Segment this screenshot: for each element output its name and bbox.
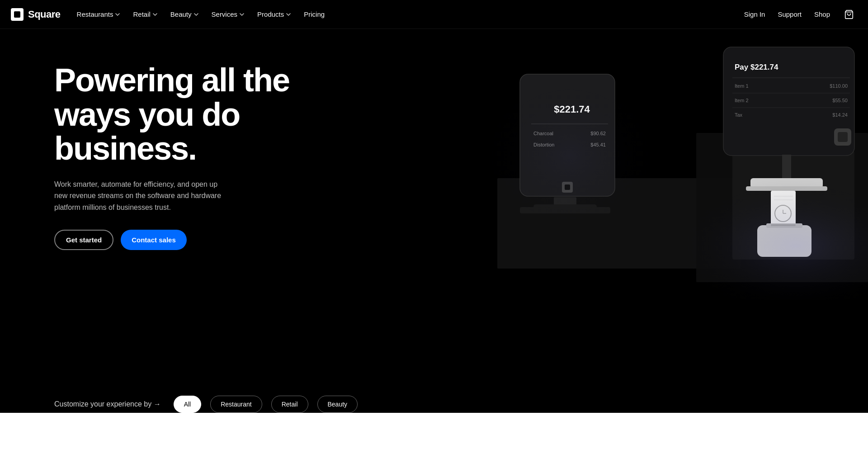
nav-links: Restaurants Retail Beauty Services — [71, 7, 330, 22]
square-logo-icon — [11, 8, 24, 21]
shop-link[interactable]: Shop — [812, 7, 832, 22]
cart-icon — [844, 9, 854, 19]
support-link[interactable]: Support — [776, 7, 803, 22]
nav-item-pricing[interactable]: Pricing — [298, 7, 330, 22]
filter-restaurant-button[interactable]: Restaurant — [210, 396, 262, 413]
hero-content: Powering all the ways you do business. W… — [54, 63, 298, 250]
svg-text:Item 1: Item 1 — [735, 83, 749, 89]
brand-name: Square — [28, 9, 61, 20]
svg-point-44 — [479, 74, 660, 237]
nav-item-retail[interactable]: Retail — [127, 7, 163, 22]
nav-item-restaurants[interactable]: Restaurants — [71, 7, 126, 22]
contact-sales-button[interactable]: Contact sales — [121, 230, 187, 250]
filter-all-button[interactable]: All — [174, 396, 202, 413]
get-started-button[interactable]: Get started — [54, 230, 113, 250]
svg-rect-1 — [14, 11, 20, 18]
navigation: Square Restaurants Retail Beauty — [0, 0, 868, 29]
chevron-down-icon — [193, 12, 199, 17]
white-section-bottom — [0, 413, 868, 449]
hero-section: $221.74 Charcoal $90.62 Distortion $45.4… — [0, 0, 868, 449]
chevron-down-icon — [286, 12, 291, 17]
filter-beauty-button[interactable]: Beauty — [317, 396, 358, 413]
svg-rect-31 — [782, 155, 791, 182]
cart-button[interactable] — [841, 6, 857, 23]
nav-right: Sign In Support Shop — [742, 6, 857, 23]
chevron-down-icon — [115, 12, 120, 17]
svg-text:Tax: Tax — [735, 112, 743, 118]
devices-illustration: $221.74 Charcoal $90.62 Distortion $45.4… — [479, 29, 868, 300]
svg-rect-30 — [838, 132, 848, 142]
svg-text:$110.00: $110.00 — [830, 83, 848, 89]
svg-text:$14.24: $14.24 — [832, 112, 848, 118]
svg-text:$55.50: $55.50 — [832, 98, 848, 103]
nav-item-beauty[interactable]: Beauty — [165, 7, 204, 22]
nav-left: Square Restaurants Retail Beauty — [11, 7, 330, 22]
hero-title: Powering all the ways you do business. — [54, 63, 298, 166]
nav-item-services[interactable]: Services — [206, 7, 250, 22]
svg-text:Item 2: Item 2 — [735, 98, 749, 103]
filter-retail-button[interactable]: Retail — [271, 396, 308, 413]
chevron-down-icon — [239, 12, 245, 17]
nav-item-products[interactable]: Products — [252, 7, 297, 22]
sign-in-link[interactable]: Sign In — [742, 7, 767, 22]
logo-link[interactable]: Square — [11, 8, 61, 21]
devices-svg: $221.74 Charcoal $90.62 Distortion $45.4… — [479, 29, 868, 300]
hero-subtitle: Work smarter, automate for efficiency, a… — [54, 179, 222, 213]
customize-label: Customize your experience by → — [54, 400, 161, 408]
hero-buttons: Get started Contact sales — [54, 230, 298, 250]
filter-bar: Customize your experience by → All Resta… — [0, 396, 868, 413]
chevron-down-icon — [152, 12, 158, 17]
svg-text:Pay $221.74: Pay $221.74 — [735, 63, 778, 71]
